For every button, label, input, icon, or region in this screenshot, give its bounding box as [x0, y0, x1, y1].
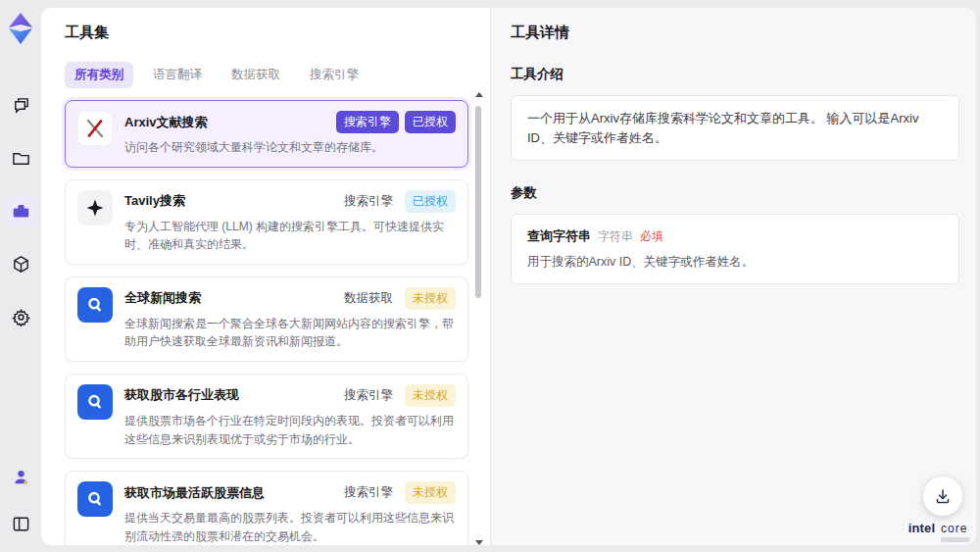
detail-title: 工具详情: [511, 24, 956, 42]
sidebar-item-settings[interactable]: [6, 302, 35, 331]
tool-description: 访问各个研究领域大量科学论文和文章的存储库。: [124, 138, 456, 157]
sidebar-item-files[interactable]: [6, 143, 35, 173]
auth-status-badge: 已授权: [405, 190, 456, 213]
scroll-down-arrow[interactable]: [475, 540, 483, 545]
chat-icon: [12, 96, 30, 115]
brand-core-text: core: [941, 522, 967, 535]
tool-description: 提供股票市场各个行业在特定时间段内的表现。投资者可以利用这些信息来识别表现优于或…: [124, 412, 456, 448]
tool-list: Arxiv文献搜索 搜索引擎 已授权 访问各个研究领域大量科学论文和文章的存储库…: [65, 100, 468, 545]
category-label: 数据获取: [338, 287, 399, 310]
sidebar-item-packages[interactable]: [6, 249, 35, 278]
auth-status-badge: 未授权: [405, 481, 456, 504]
tool-name: Arxiv文献搜索: [124, 114, 208, 131]
tab-language-translation[interactable]: 语言翻译: [143, 62, 212, 88]
arxiv-logo-icon: [77, 111, 113, 146]
page-title: 工具集: [65, 24, 468, 42]
tool-name: 获取市场最活跃股票信息: [124, 484, 265, 502]
auth-status-badge: 已授权: [405, 111, 456, 133]
user-icon: [12, 468, 30, 486]
param-description: 用于搜索的Arxiv ID、关键字或作者姓名。: [527, 254, 943, 271]
tool-detail-panel: 工具详情 工具介绍 一个用于从Arxiv存储库搜索科学论文和文章的工具。 输入可…: [490, 8, 976, 545]
four-point-star-icon: [77, 190, 113, 226]
category-label: 搜索引擎: [338, 384, 399, 407]
category-label: 搜索引擎: [338, 481, 399, 504]
tool-card-tavily[interactable]: Tavily搜索 搜索引擎 已授权 专为人工智能代理 (LLM) 构建的搜索引擎…: [65, 179, 468, 265]
sidebar-item-account[interactable]: [6, 462, 35, 491]
tool-description: 专为人工智能代理 (LLM) 构建的搜索引擎工具。可快速提供实时、准确和真实的结…: [124, 218, 456, 254]
briefcase-icon: [12, 202, 30, 221]
param-required-flag: 必填: [640, 228, 663, 245]
download-icon: [934, 487, 952, 505]
tool-card-arxiv[interactable]: Arxiv文献搜索 搜索引擎 已授权 访问各个研究领域大量科学论文和文章的存储库…: [65, 100, 468, 168]
tool-name: Tavily搜索: [124, 192, 185, 210]
toolset-panel: 工具集 所有类别 语言翻译 数据获取 搜索引擎 Arxiv文献搜索 搜索引擎 已…: [41, 8, 490, 545]
tool-name: 获取股市各行业表现: [124, 386, 239, 404]
tool-card-sector-performance[interactable]: 获取股市各行业表现 搜索引擎 未授权 提供股票市场各个行业在特定时间段内的表现。…: [65, 374, 468, 459]
auth-status-badge: 未授权: [405, 384, 456, 407]
category-badge: 搜索引擎: [336, 111, 399, 133]
layout-panel-icon: [12, 515, 30, 533]
sidebar-item-toolbox[interactable]: [6, 196, 35, 226]
tool-description: 提供当天交易量最高的股票列表。投资者可以利用这些信息来识别流动性强的股票和潜在的…: [124, 509, 456, 545]
param-name: 查询字符串: [527, 227, 591, 245]
tool-description: 全球新闻搜索是一个聚合全球各大新闻网站内容的搜索引擎，帮助用户快速获取全球最新资…: [124, 315, 456, 351]
auth-status-badge: 未授权: [405, 287, 456, 310]
tool-name: 全球新闻搜索: [124, 289, 201, 307]
category-label: 搜索引擎: [338, 190, 399, 213]
intro-section-title: 工具介绍: [511, 66, 956, 83]
folder-icon: [12, 149, 30, 168]
search-magnifier-icon: [77, 384, 113, 420]
scrollbar-thumb[interactable]: [475, 106, 481, 298]
category-tabs: 所有类别 语言翻译 数据获取 搜索引擎: [65, 62, 468, 88]
intel-core-logo: intel core: [906, 521, 970, 542]
params-section-title: 参数: [511, 184, 956, 202]
search-magnifier-icon: [77, 287, 113, 323]
search-magnifier-icon: [77, 481, 113, 517]
brand-intel-text: intel: [908, 521, 936, 535]
sidebar-item-chat[interactable]: [6, 90, 35, 120]
scroll-up-arrow[interactable]: [475, 92, 483, 97]
tab-search-engine[interactable]: 搜索引擎: [300, 62, 368, 88]
intro-text: 一个用于从Arxiv存储库搜索科学论文和文章的工具。 输入可以是Arxiv ID…: [527, 109, 943, 147]
tool-card-active-stocks[interactable]: 获取市场最活跃股票信息 搜索引擎 未授权 提供当天交易量最高的股票列表。投资者可…: [65, 471, 468, 545]
param-card: 查询字符串 字符串 必填 用于搜索的Arxiv ID、关键字或作者姓名。: [511, 214, 959, 284]
download-button[interactable]: [923, 477, 962, 516]
app-logo-icon: [6, 12, 35, 45]
gear-icon: [12, 308, 30, 326]
tool-card-global-news[interactable]: 全球新闻搜索 数据获取 未授权 全球新闻搜索是一个聚合全球各大新闻网站内容的搜索…: [65, 276, 468, 362]
cube-icon: [12, 255, 30, 274]
brand-underline: [941, 537, 970, 542]
icon-sidebar: [0, 0, 41, 552]
tab-all-categories[interactable]: 所有类别: [65, 62, 133, 88]
intro-card: 一个用于从Arxiv存储库搜索科学论文和文章的工具。 输入可以是Arxiv ID…: [511, 95, 959, 161]
tab-data-fetch[interactable]: 数据获取: [221, 62, 290, 88]
list-scrollbar[interactable]: [474, 90, 482, 545]
sidebar-item-collapse[interactable]: [6, 509, 35, 538]
param-type: 字符串: [598, 228, 633, 245]
